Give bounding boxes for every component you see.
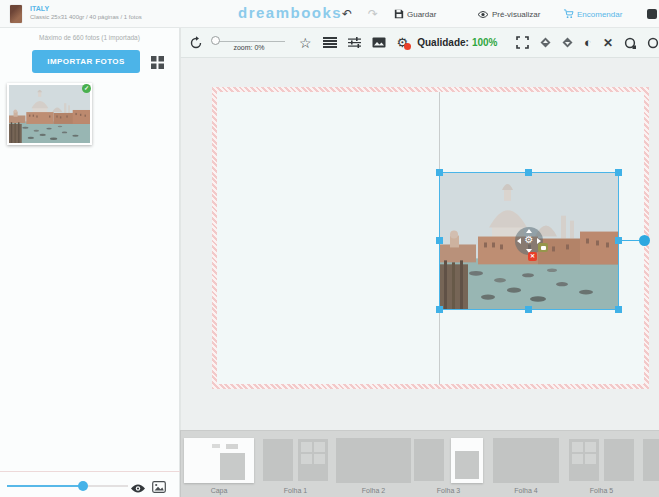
page-label-capa[interactable]: Capa (184, 487, 254, 494)
editor-canvas[interactable]: ⚙ ✕ (180, 58, 659, 430)
arrow-down-diamond-icon (562, 37, 573, 48)
crop-icon (624, 37, 636, 49)
more-menu-button[interactable] (647, 0, 657, 28)
selection-handle-ne[interactable] (615, 169, 622, 176)
selection-handle-se[interactable] (615, 306, 622, 313)
contrast-icon: ◐ (584, 36, 592, 49)
tune-sliders-icon (348, 37, 361, 48)
order-button[interactable]: Encomendar (563, 0, 622, 28)
grid-view-button[interactable] (151, 55, 164, 73)
layouts-button[interactable] (323, 37, 337, 48)
page-label-folha2[interactable]: Folha 2 (336, 487, 411, 494)
arrow-up-diamond-icon (540, 37, 551, 48)
cover-text-mark (212, 444, 220, 448)
page-thumb-folha5-left[interactable] (569, 439, 599, 481)
page-thumb-folha2[interactable] (336, 438, 411, 483)
photo-used-badge: ✓ (82, 84, 91, 93)
expand-corners-icon (516, 36, 529, 49)
selection-handle-w[interactable] (436, 237, 443, 244)
selection-handle-s[interactable] (525, 306, 532, 313)
selection-handle-n[interactable] (525, 169, 532, 176)
editor-toolbar: zoom: 0% ☆ ⚙ Qualidade:100% (180, 28, 659, 58)
star-icon: ☆ (299, 36, 312, 50)
quality-indicator: Qualidade:100% (417, 37, 497, 48)
rotate-spread-button[interactable] (189, 36, 203, 50)
page-label-folha5[interactable]: Folha 5 (569, 487, 634, 494)
thumbnail-size-slider-knob[interactable] (78, 481, 88, 491)
delete-x-icon: ✕ (603, 37, 613, 49)
page-label-folha3[interactable]: Folha 3 (414, 487, 483, 494)
cart-icon (563, 9, 574, 19)
settings-button[interactable]: ⚙ (397, 36, 409, 49)
project-specs: Classic 25x31 400gr / 40 páginas / 1 fot… (30, 13, 142, 21)
photo-placeholder (455, 451, 479, 479)
photos-sidebar: Máximo de 660 fotos (1 importada) IMPORT… (0, 28, 180, 497)
page-thumb-partial[interactable] (643, 439, 659, 481)
extra-tool-icon (647, 37, 659, 49)
project-cover-thumbnail[interactable] (10, 5, 22, 23)
save-button[interactable]: Guardar (394, 0, 436, 28)
extra-tool-button[interactable] (647, 37, 659, 49)
selected-photo-frame[interactable]: ⚙ ✕ (439, 172, 619, 310)
image-icon (372, 37, 386, 48)
resize-knob[interactable] (639, 235, 650, 246)
redo-button[interactable]: ↷ (368, 0, 378, 28)
page-thumb-folha4[interactable] (493, 438, 559, 483)
photo-warning-badge[interactable]: ✕ (528, 252, 537, 261)
redo-icon: ↷ (368, 7, 378, 21)
page-label-folha4[interactable]: Folha 4 (493, 487, 559, 494)
eye-filled-icon (130, 483, 146, 494)
zoom-slider-track[interactable] (213, 41, 285, 42)
page-thumb-capa[interactable] (184, 438, 254, 483)
preview-button[interactable]: Pré-visualizar (477, 0, 540, 28)
pages-filmstrip: Capa Folha 1 Folha 2 Folha 3 Folha 4 Fol… (180, 430, 659, 497)
hide-used-photos-button[interactable] (130, 480, 146, 497)
crop-button[interactable] (624, 37, 636, 49)
project-title: ITALY (30, 4, 142, 13)
selection-handle-sw[interactable] (436, 306, 443, 313)
contrast-button[interactable]: ◐ (584, 36, 592, 49)
layout-lines-icon (323, 37, 337, 48)
image-outline-icon (152, 481, 166, 493)
grid-view-icon (151, 56, 164, 69)
photo-tools: ◐ ✕ (506, 36, 659, 49)
undo-button[interactable]: ↶ (342, 0, 352, 28)
layout-grid-cells (301, 442, 325, 464)
selection-handle-e[interactable] (615, 237, 622, 244)
camera-glyph (541, 246, 546, 250)
top-bar: ITALY Classic 25x31 400gr / 40 páginas /… (0, 0, 659, 28)
page-thumb-folha3-left[interactable] (414, 439, 444, 481)
page-label-folha1[interactable]: Folha 1 (263, 487, 328, 494)
selection-handle-nw[interactable] (436, 169, 443, 176)
adjustments-button[interactable] (348, 37, 361, 48)
layout-grid-cells (572, 442, 596, 464)
preview-label: Pré-visualizar (492, 10, 540, 19)
page-thumb-folha1-right[interactable] (298, 439, 328, 481)
sidebar-photo-thumbnail[interactable]: ✓ (7, 83, 92, 145)
zoom-level-label: zoom: 0% (209, 44, 289, 51)
venice-photo-thumb (9, 85, 90, 143)
eye-icon (477, 10, 489, 19)
remove-photo-button[interactable]: ✕ (603, 37, 613, 49)
fit-photo-button[interactable] (516, 36, 529, 49)
order-label: Encomendar (577, 10, 622, 19)
dreambooks-logo: dreambooks (238, 4, 342, 21)
send-backward-button[interactable] (562, 37, 573, 48)
thumbnail-size-slider[interactable] (7, 485, 128, 487)
thumbnail-size-slider-fill (7, 485, 83, 487)
sidebar-divider (0, 471, 180, 472)
page-thumb-folha5-right[interactable] (604, 439, 634, 481)
pan-up-icon[interactable] (526, 229, 532, 233)
undo-icon: ↶ (342, 7, 352, 21)
photo-camera-badge[interactable] (538, 243, 548, 252)
page-thumb-folha1-left[interactable] (263, 439, 293, 481)
notification-dot (404, 43, 411, 50)
quality-label: Qualidade: (417, 37, 469, 48)
import-photos-button[interactable]: IMPORTAR FOTOS (32, 50, 140, 73)
bring-forward-button[interactable] (540, 37, 551, 48)
floppy-icon (394, 9, 404, 19)
photo-filter-button[interactable] (152, 479, 166, 497)
favorites-button[interactable]: ☆ (299, 36, 312, 50)
backgrounds-button[interactable] (372, 37, 386, 48)
page-thumb-folha3-right[interactable] (451, 438, 483, 483)
